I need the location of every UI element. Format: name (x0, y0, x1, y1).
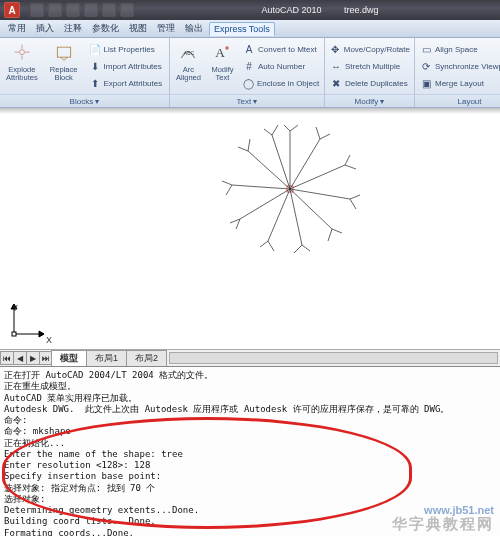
tab-parametric[interactable]: 参数化 (88, 21, 123, 36)
axis-x-label: X (46, 335, 52, 345)
window-title: AutoCAD 2010 tree.dwg (140, 5, 500, 15)
svg-rect-50 (12, 332, 16, 336)
ribbon: Explode Attributes Replace Block 📄List P… (0, 38, 500, 108)
svg-line-39 (226, 185, 232, 195)
number-icon: # (243, 60, 255, 72)
svg-line-18 (316, 127, 320, 139)
tab-express-tools[interactable]: Express Tools (209, 22, 275, 36)
list-icon: 📄 (89, 43, 101, 55)
auto-number-button[interactable]: #Auto Number (240, 58, 322, 74)
svg-line-15 (290, 125, 298, 131)
tab-manage[interactable]: 管理 (153, 21, 179, 36)
stretch-multiple-button[interactable]: ↔Stretch Multiple (327, 58, 413, 74)
svg-line-38 (222, 181, 232, 185)
panel-title-layout[interactable]: Layout (415, 94, 500, 107)
tab-insert[interactable]: 插入 (32, 21, 58, 36)
layout-tab-layout2[interactable]: 布局2 (126, 350, 167, 367)
qat-open-icon[interactable] (48, 3, 62, 17)
panel-title-text[interactable]: Text ▾ (170, 94, 324, 107)
btn-label: Export Attributes (104, 79, 163, 88)
layout-hscroll[interactable] (169, 352, 498, 364)
convert-icon: A (243, 43, 255, 55)
tab-home[interactable]: 常用 (4, 21, 30, 36)
svg-line-27 (328, 229, 332, 241)
btn-label: List Properties (104, 45, 155, 54)
move-copy-rotate-button[interactable]: ✥Move/Copy/Rotate (327, 41, 413, 57)
align-space-button[interactable]: ▭Align Space (417, 41, 500, 57)
enclose-object-button[interactable]: ◯Enclose in Object (240, 75, 322, 91)
app-menu-button[interactable]: A (4, 2, 20, 18)
panel-modify: ✥Move/Copy/Rotate ↔Stretch Multiple ✖Del… (325, 38, 415, 107)
layout-tab-model[interactable]: 模型 (51, 350, 87, 367)
watermark-text: 华字典教程网 (392, 515, 494, 534)
layout-first-icon[interactable]: ⏮ (0, 351, 14, 365)
export-attributes-button[interactable]: ⬆Export Attributes (86, 75, 168, 91)
tab-output[interactable]: 输出 (181, 21, 207, 36)
title-bar: A AutoCAD 2010 tree.dwg (0, 0, 500, 20)
command-line: Enter the name of the shape: tree (4, 449, 496, 460)
btn-label: Delete Duplicates (345, 79, 408, 88)
tree-drawing (0, 114, 500, 349)
btn-label: Align Space (435, 45, 478, 54)
qat-redo-icon[interactable] (102, 3, 116, 17)
import-attributes-button[interactable]: ⬇Import Attributes (86, 58, 168, 74)
svg-line-29 (302, 245, 310, 251)
sync-viewports-button[interactable]: ⟳Synchronize Viewports (417, 58, 500, 74)
list-properties-button[interactable]: 📄List Properties (86, 41, 168, 57)
qat-plot-icon[interactable] (120, 3, 134, 17)
btn-label: Stretch Multiple (345, 62, 400, 71)
btn-label: Arc Aligned (172, 66, 205, 82)
btn-label: Convert to Mtext (258, 45, 317, 54)
modify-text-icon: A (210, 42, 234, 64)
export-icon: ⬆ (89, 77, 101, 89)
tab-annotate[interactable]: 注释 (60, 21, 86, 36)
ribbon-tab-bar: 常用 插入 注释 参数化 视图 管理 输出 Express Tools (0, 20, 500, 38)
command-line: Enter resolution <128>: 128 (4, 460, 496, 471)
svg-line-21 (345, 155, 350, 165)
layout-prev-icon[interactable]: ◀ (13, 351, 27, 365)
btn-label: Merge Layout (435, 79, 484, 88)
svg-line-32 (260, 241, 268, 247)
svg-line-28 (290, 189, 302, 245)
file-name: tree.dwg (344, 5, 379, 15)
move-icon: ✥ (330, 43, 341, 55)
modify-text-button[interactable]: A Modify Text (207, 40, 238, 92)
layout-tab-layout1[interactable]: 布局1 (86, 350, 127, 367)
btn-label: Auto Number (258, 62, 305, 71)
replace-block-icon (52, 42, 76, 64)
explode-attributes-button[interactable]: Explode Attributes (2, 40, 42, 92)
command-line: 正在初始化... (4, 438, 496, 449)
qat-undo-icon[interactable] (84, 3, 98, 17)
qat-new-icon[interactable] (30, 3, 44, 17)
btn-label: Import Attributes (104, 62, 162, 71)
command-line: 选择对象: 指定对角点: 找到 70 个 (4, 483, 496, 494)
arc-aligned-button[interactable]: ABC Arc Aligned (172, 40, 205, 92)
svg-line-41 (238, 147, 248, 151)
merge-layout-button[interactable]: ▣Merge Layout (417, 75, 500, 91)
command-line: AutoCAD 菜单实用程序已加载。 (4, 393, 496, 404)
layout-next-icon[interactable]: ▶ (26, 351, 40, 365)
panel-title-blocks[interactable]: Blocks ▾ (0, 94, 169, 107)
quick-access-toolbar (24, 3, 140, 17)
svg-line-42 (248, 139, 250, 151)
svg-marker-49 (39, 331, 44, 337)
svg-line-24 (350, 199, 356, 209)
drawing-area[interactable]: Y X (0, 114, 500, 349)
btn-label: Synchronize Viewports (435, 62, 500, 71)
replace-block-button[interactable]: Replace Block (44, 40, 84, 92)
command-line: 命令: mkshape (4, 426, 496, 437)
svg-text:ABC: ABC (184, 50, 195, 56)
command-line: 选择对象: (4, 494, 496, 505)
enclose-icon: ◯ (243, 77, 254, 89)
delete-icon: ✖ (330, 77, 342, 89)
svg-point-8 (226, 46, 229, 49)
convert-mtext-button[interactable]: AConvert to Mtext (240, 41, 322, 57)
panel-title-modify[interactable]: Modify ▾ (325, 94, 414, 107)
svg-line-14 (284, 125, 290, 131)
axis-y-label: Y (12, 303, 18, 313)
tab-view[interactable]: 视图 (125, 21, 151, 36)
qat-save-icon[interactable] (66, 3, 80, 17)
delete-duplicates-button[interactable]: ✖Delete Duplicates (327, 75, 413, 91)
svg-line-16 (290, 139, 320, 189)
svg-line-26 (332, 229, 342, 233)
